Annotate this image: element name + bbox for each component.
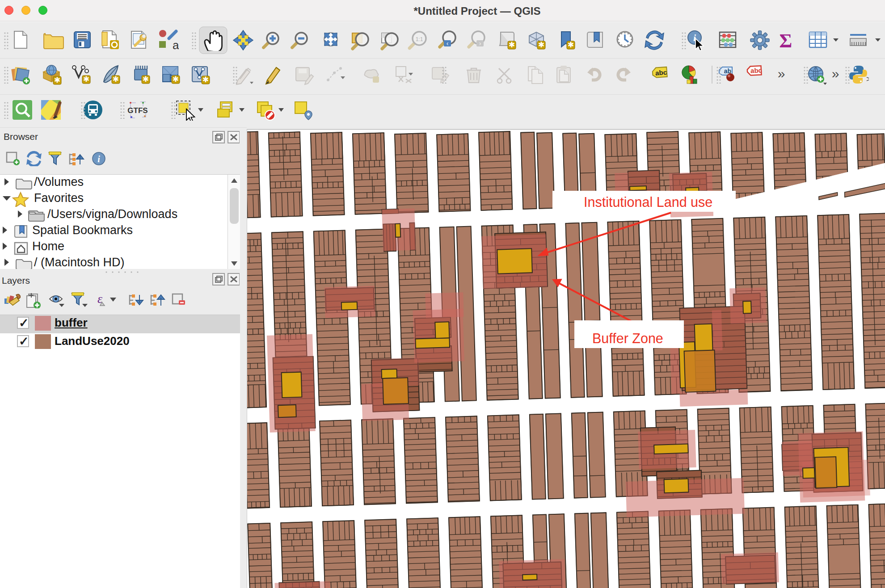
svg-text:»: » <box>778 66 785 81</box>
svg-text:Buffer Zone: Buffer Zone <box>592 331 663 346</box>
svg-text:abc: abc <box>750 66 763 74</box>
svg-text:Institutional Land use: Institutional Land use <box>584 194 712 210</box>
svg-text:✱: ✱ <box>538 41 544 49</box>
svg-text:»: » <box>832 66 839 81</box>
svg-text:✱: ✱ <box>83 75 89 84</box>
svg-text:✱: ✱ <box>173 75 179 84</box>
svg-text:i: i <box>97 154 100 164</box>
svg-text:✱: ✱ <box>54 76 60 84</box>
svg-text:Σ: Σ <box>780 30 792 51</box>
svg-text:>: > <box>866 75 869 84</box>
svg-text:✱: ✱ <box>143 75 149 84</box>
svg-text:›: › <box>479 40 481 47</box>
svg-text:GTFS: GTFS <box>127 106 148 115</box>
svg-text:✱: ✱ <box>509 41 515 49</box>
svg-text:1:1: 1:1 <box>416 36 423 42</box>
svg-text:✱: ✱ <box>202 76 209 84</box>
svg-text:✱: ✱ <box>113 75 119 84</box>
svg-text:abc: abc <box>655 68 667 77</box>
svg-text:‹: ‹ <box>447 40 449 47</box>
svg-text:a: a <box>173 38 179 51</box>
svg-text:✱: ✱ <box>568 41 574 49</box>
